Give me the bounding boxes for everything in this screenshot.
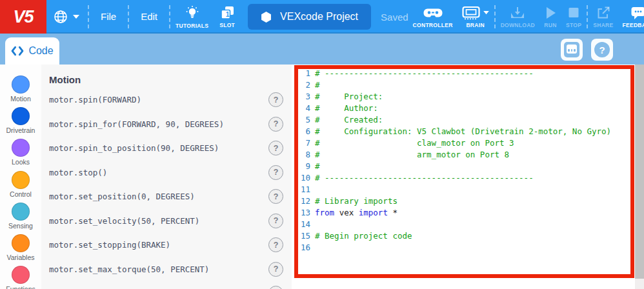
tutorials-label: TUTORIALS [176,23,208,29]
help-button[interactable]: ? [591,39,613,61]
command-help-button[interactable]: ? [268,141,283,155]
command-help-button[interactable]: ? [268,286,283,289]
tab-code[interactable]: Code [5,37,59,65]
sidebar-item-drivetrain[interactable]: Drivetrain [0,105,41,136]
brain-label: BRAIN [466,22,484,28]
globe-icon [53,9,68,25]
category-color-dot [12,203,30,221]
command-text[interactable]: motor.spin(FORWARD) [49,95,141,105]
command-help-button[interactable]: ? [268,262,283,277]
lightbulb-icon [185,5,200,21]
line-text: # Library imports [315,195,397,207]
sidebar-item-looks[interactable]: Looks [0,136,41,168]
svg-text:1: 1 [225,10,229,18]
sidebar-item-functions[interactable]: Functions [0,263,41,289]
command-help-button[interactable]: ? [268,165,283,180]
line-text: # --------------------------------------… [315,172,534,184]
slot-icon: 1 [220,6,235,20]
menu-edit[interactable]: Edit [130,0,168,34]
stop-button[interactable]: STOP [561,0,586,34]
line-text: # Created: [315,114,383,126]
code-line: 4# Author: [292,103,611,114]
command-help-button[interactable]: ? [268,92,283,107]
command-row: motor.set_velocity(50, PERCENT)? [41,209,292,234]
category-label: Control [10,190,32,198]
feedback-label: FEEDBACK [623,22,644,28]
command-row: motor.set_max_torque(50, PERCENT)? [41,257,292,282]
title-bar: V5 File Edit [0,0,644,34]
editor-scrollbar[interactable] [635,65,644,289]
run-button[interactable]: RUN [539,0,561,34]
line-text: # Begin project code [315,230,412,242]
command-help-button[interactable]: ? [268,117,283,132]
stop-icon [567,6,580,20]
project-name-button[interactable]: VEXcode Project [248,4,371,30]
code-line: 11 [292,184,611,195]
language-menu[interactable] [46,0,87,34]
code-line: 2# [292,79,611,91]
sidebar-item-sensing[interactable]: Sensing [0,200,41,232]
device-info-button[interactable] [561,39,583,61]
code-line: 5# Created: [292,114,611,126]
command-help-button[interactable]: ? [268,189,283,204]
line-text: # Configuration: V5 Clawbot (Drivetrain … [315,126,611,137]
stop-label: STOP [566,22,581,28]
sidebar-item-variables[interactable]: Variables [0,232,41,263]
command-help-button[interactable]: ? [268,214,283,228]
line-number: 7 [292,137,315,149]
command-help-button[interactable]: ? [268,237,283,252]
command-row: motor.set_position(0, DEGREES)? [41,184,292,209]
v5-logo: V5 [0,0,46,34]
command-text[interactable]: motor.set_max_torque(50, PERCENT) [49,264,209,274]
command-text[interactable]: motor.set_stopping(BRAKE) [49,240,170,250]
controller-icon [423,6,443,20]
action-separator [587,5,588,28]
code-line: 3# Project: [292,91,611,103]
code-lines: 1# -------------------------------------… [292,68,611,254]
command-text[interactable]: motor.set_position(0, DEGREES) [49,192,195,201]
device-port-icon [564,42,579,57]
controller-button[interactable]: CONTROLLER [408,0,458,34]
feedback-button[interactable]: FEEDBACK [618,0,644,34]
command-text[interactable]: motor.stop() [49,168,107,177]
line-number: 13 [292,207,315,219]
command-text[interactable]: motor.spin_to_position(90, DEGREES) [49,143,219,153]
tutorials-button[interactable]: TUTORIALS [171,0,213,34]
brain-button[interactable]: BRAIN [458,0,494,34]
slot-button[interactable]: 1 SLOT [213,0,241,34]
command-text[interactable]: motor.set_velocity(50, PERCENT) [49,216,199,226]
line-text: # arm_motor on Port 8 [315,149,509,161]
download-label: DOWNLOAD [501,22,535,28]
line-number: 10 [292,172,315,184]
sidebar-item-motion[interactable]: Motion [0,73,41,105]
share-button[interactable]: SHARE [589,0,618,34]
category-label: Drivetrain [6,126,35,134]
menu-file[interactable]: File [90,0,127,34]
tab-bar: Code ? [0,34,644,65]
category-color-dot [12,234,30,252]
line-number: 14 [292,219,315,230]
download-button[interactable]: DOWNLOAD [496,0,539,34]
line-number: 2 [292,79,315,91]
code-brackets-icon [11,46,24,56]
project-name: VEXcode Project [280,11,358,23]
caret-down-icon [73,15,79,19]
action-separator [494,5,496,28]
code-line: 10# ------------------------------------… [292,172,611,184]
share-icon [596,6,610,20]
download-icon [510,6,525,20]
line-number: 8 [292,149,315,161]
sidebar-item-control[interactable]: Control [0,168,41,200]
line-number: 11 [292,184,315,195]
scrollbar-thumb[interactable] [635,65,644,279]
line-number: 5 [292,114,315,126]
line-number: 16 [292,242,315,254]
command-text[interactable]: motor.spin_for(FORWARD, 90, DEGREES) [49,119,224,129]
category-sidebar: MotionDrivetrainLooksControlSensingVaria… [0,65,41,289]
device-action-group: CONTROLLER [408,0,644,34]
main-content: MotionDrivetrainLooksControlSensingVaria… [0,65,644,289]
code-editor[interactable]: 1# -------------------------------------… [292,65,635,289]
help-icon: ? [594,42,610,57]
vexcode-window: V5 File Edit [0,0,644,289]
line-text: # [315,161,320,172]
